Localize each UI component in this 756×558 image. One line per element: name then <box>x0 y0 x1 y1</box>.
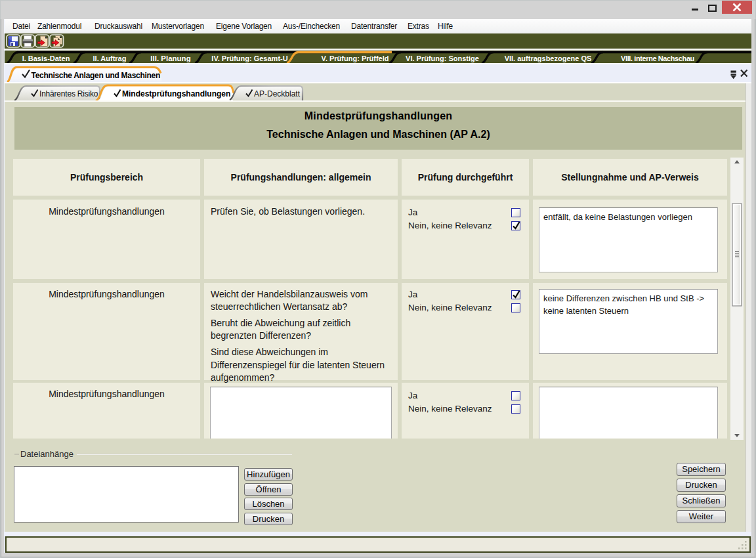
svg-text:II. Auftrag: II. Auftrag <box>93 54 127 62</box>
svg-text:IV. Prüfung: Gesamt-U: IV. Prüfung: Gesamt-U <box>211 54 287 62</box>
svg-text:III. Planung: III. Planung <box>150 54 190 62</box>
svg-text:Technische Anlagen und Maschin: Technische Anlagen und Maschinen <box>32 71 160 80</box>
svg-text:I. Basis-Daten: I. Basis-Daten <box>22 54 70 62</box>
svg-text:VI. Prüfung: Sonstige: VI. Prüfung: Sonstige <box>406 54 479 62</box>
svg-text:Inhärentes Risiko: Inhärentes Risiko <box>39 89 98 98</box>
svg-text:VIII. interne Nachschau: VIII. interne Nachschau <box>621 54 694 62</box>
svg-text:Mindestprüfungshandlungen: Mindestprüfungshandlungen <box>122 89 230 98</box>
svg-text:AP-Deckblatt: AP-Deckblatt <box>254 89 301 98</box>
svg-text:VII. auftragsbezogene QS: VII. auftragsbezogene QS <box>505 54 592 62</box>
svg-text:V. Prüfung: Prüffeld: V. Prüfung: Prüffeld <box>322 54 389 62</box>
